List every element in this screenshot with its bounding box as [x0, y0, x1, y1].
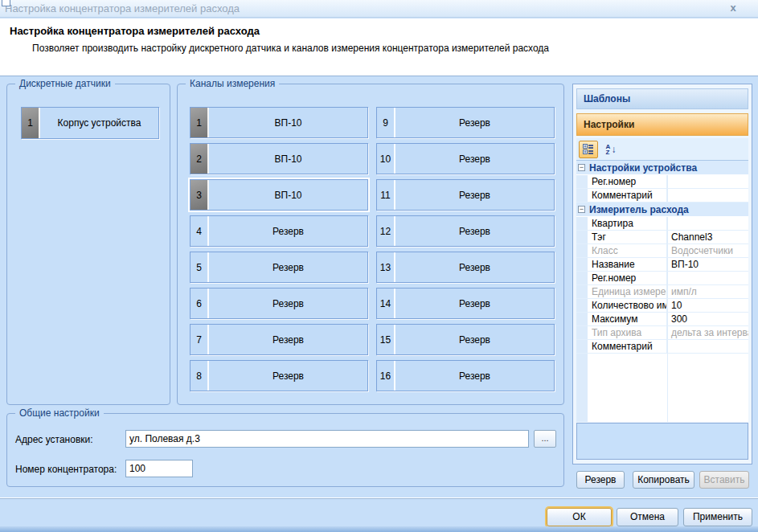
bottom-gradient-strip — [0, 526, 758, 532]
channel-label: Резерв — [209, 252, 367, 282]
grid-category-flow-meter[interactable]: − Измеритель расхода — [576, 203, 748, 217]
channel-item-10[interactable]: 10 Резерв — [376, 143, 555, 174]
grid-row-comment-device[interactable]: Комментарий — [576, 189, 748, 203]
reserve-button[interactable]: Резерв — [576, 471, 625, 489]
channel-number: 3 — [191, 180, 209, 210]
channels-group: Каналы измерения 1 ВП-10 2 ВП-10 3 ВП-10… — [177, 84, 564, 405]
apply-button[interactable]: Применить — [683, 508, 752, 526]
property-name: Класс — [576, 244, 667, 257]
categorized-view-icon[interactable] — [579, 141, 598, 158]
property-name: Рег.номер — [576, 175, 667, 188]
property-value[interactable] — [667, 272, 748, 284]
property-name: Тэг — [576, 231, 667, 243]
title-bar: Настройка концентратора измерителей расх… — [0, 0, 758, 18]
channels-column-right: 9 Резерв 10 Резерв 11 Резерв 12 Резерв 1… — [376, 107, 555, 396]
grid-row-apartment[interactable]: Квартира — [576, 217, 748, 231]
browse-button[interactable]: ... — [534, 430, 556, 448]
property-value[interactable]: 300 — [667, 313, 748, 325]
category-title: Измеритель расхода — [589, 204, 689, 215]
properties-panel: Шаблоны Настройки — [572, 84, 752, 464]
general-settings-group: Общие настройки Адрес установки: ... Ном… — [6, 413, 564, 487]
channel-number: 1 — [191, 108, 209, 137]
channel-item-11[interactable]: 11 Резерв — [376, 179, 555, 211]
collapse-minus-icon[interactable]: − — [578, 164, 585, 171]
channel-number: 8 — [191, 361, 209, 391]
property-value[interactable] — [667, 217, 748, 230]
channel-item-1[interactable]: 1 ВП-10 — [190, 107, 368, 138]
address-label: Адрес установки: — [15, 434, 93, 445]
channel-number: 13 — [377, 252, 395, 282]
grid-row-unit: Единица измерени имп/л — [576, 285, 748, 299]
channel-number: 10 — [377, 144, 395, 174]
sort-az-icon[interactable]: A Z ↓ — [601, 141, 621, 158]
grid-row-name[interactable]: Название ВП-10 — [576, 258, 748, 272]
dialog-header: Настройка концентратора измерителей расх… — [0, 18, 758, 76]
channel-label: Резерв — [209, 289, 367, 318]
channel-item-15[interactable]: 15 Резерв — [376, 324, 555, 355]
channel-item-6[interactable]: 6 Резерв — [190, 288, 368, 319]
sort-arrow-glyph: ↓ — [611, 144, 616, 155]
property-value[interactable]: Channel3 — [667, 231, 748, 243]
channel-item-12[interactable]: 12 Резерв — [376, 215, 555, 247]
channel-item-3[interactable]: 3 ВП-10 — [190, 179, 368, 211]
property-value[interactable] — [667, 189, 748, 202]
address-input[interactable] — [125, 430, 529, 448]
channel-item-5[interactable]: 5 Резерв — [190, 252, 368, 283]
channel-number: 14 — [377, 289, 395, 318]
grid-row-archive-type: Тип архива дельта за интервал — [576, 326, 748, 340]
grid-row-regnum-meter[interactable]: Рег.номер — [576, 272, 748, 285]
property-value[interactable] — [667, 175, 748, 188]
grid-row-class: Класс Водосчетчики — [576, 244, 748, 258]
concentrator-number-label: Номер концентратора: — [15, 464, 117, 475]
property-name: Максимум — [576, 313, 667, 325]
channel-number: 4 — [191, 216, 209, 246]
grid-row-regnum-device[interactable]: Рег.номер — [576, 175, 748, 189]
channel-item-9[interactable]: 9 Резерв — [376, 107, 555, 138]
property-name: Квартира — [576, 217, 667, 230]
channel-label: Резерв — [209, 361, 367, 391]
property-grid-toolbar: A Z ↓ — [576, 138, 748, 161]
discrete-sensors-group: Дискретные датчики 1 Корпус устройства — [6, 84, 170, 405]
channel-item-16[interactable]: 16 Резерв — [376, 360, 555, 391]
channel-item-7[interactable]: 7 Резерв — [190, 324, 368, 355]
concentrator-number-input[interactable] — [125, 460, 193, 477]
settings-dialog: Настройка концентратора измерителей расх… — [0, 0, 758, 532]
grid-row-comment-meter[interactable]: Комментарий — [576, 340, 748, 354]
copy-button[interactable]: Копировать — [633, 471, 694, 489]
channel-item-2[interactable]: 2 ВП-10 — [190, 143, 368, 174]
channel-item-14[interactable]: 14 Резерв — [376, 288, 555, 319]
grid-row-pulse-count[interactable]: Количествово имп 10 — [576, 299, 748, 313]
templates-header-label: Шаблоны — [584, 93, 630, 104]
settings-accordion-header[interactable]: Настройки — [576, 113, 748, 136]
page-description: Позволяет производить настройку дискретн… — [32, 43, 549, 54]
channel-number: 5 — [191, 252, 209, 282]
grid-row-tag[interactable]: Тэг Channel3 — [576, 231, 748, 244]
channel-item-13[interactable]: 13 Резерв — [376, 252, 555, 283]
channel-label: Резерв — [395, 252, 554, 282]
channel-item-4[interactable]: 4 Резерв — [190, 215, 368, 247]
property-value[interactable]: 10 — [667, 299, 748, 312]
channel-number: 2 — [191, 144, 209, 174]
channel-label: Резерв — [209, 216, 367, 246]
ok-button[interactable]: ОК — [547, 508, 612, 526]
cancel-button[interactable]: Отмена — [617, 508, 678, 526]
discrete-sensor-item[interactable]: 1 Корпус устройства — [21, 107, 159, 139]
channel-number: 6 — [191, 289, 209, 318]
category-title: Настройки устройства — [589, 162, 697, 174]
collapse-minus-icon[interactable]: − — [578, 206, 585, 213]
grid-category-device-settings[interactable]: − Настройки устройства — [576, 161, 748, 175]
channel-label: Резерв — [395, 361, 554, 391]
templates-accordion-header[interactable]: Шаблоны — [576, 88, 748, 109]
grid-row-maximum[interactable]: Максимум 300 — [576, 313, 748, 326]
channel-item-8[interactable]: 8 Резерв — [190, 360, 368, 391]
channel-label: Резерв — [395, 108, 554, 137]
property-value[interactable] — [667, 340, 748, 353]
footer-divider — [0, 497, 758, 499]
sensor-number: 1 — [22, 108, 40, 138]
property-value: дельта за интервал — [667, 326, 748, 339]
close-icon[interactable]: x — [726, 2, 740, 14]
property-value[interactable]: ВП-10 — [667, 258, 748, 271]
channel-number: 15 — [377, 325, 395, 354]
channel-label: Резерв — [395, 325, 554, 354]
property-name: Название — [576, 258, 667, 271]
